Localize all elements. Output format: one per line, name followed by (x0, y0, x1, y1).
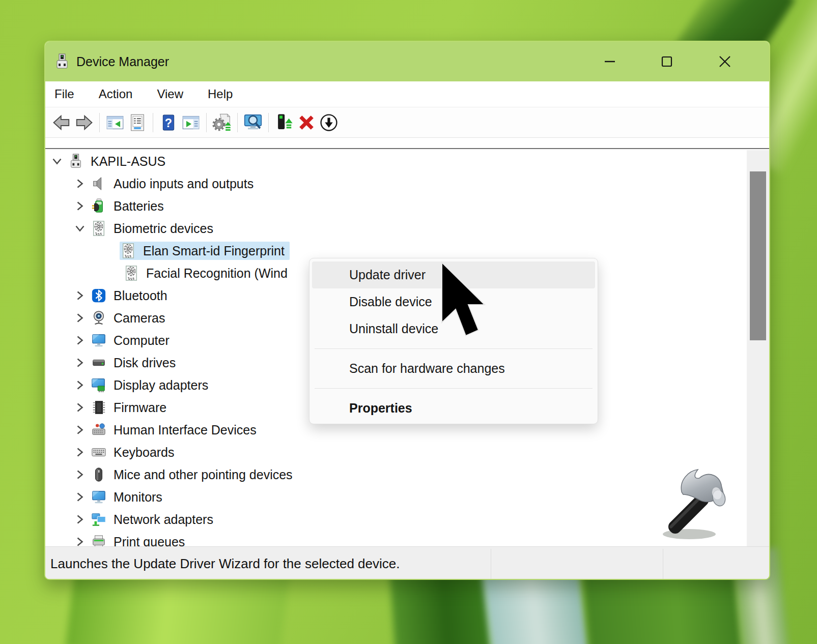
statusbar-separator (663, 549, 663, 579)
update-device-driver-button[interactable] (273, 111, 295, 134)
chevron-right-icon[interactable] (73, 535, 87, 546)
keyboard-icon (91, 445, 106, 460)
camera-icon (91, 310, 106, 326)
chevron-right-icon[interactable] (73, 333, 87, 347)
help-button[interactable] (157, 111, 180, 134)
disable-down-arrow-icon (319, 113, 339, 132)
forward-icon (74, 113, 94, 132)
tree-item-batteries[interactable]: Batteries (45, 195, 746, 217)
menu-help[interactable]: Help (206, 84, 235, 104)
context-menu-scan-hardware[interactable]: Scan for hardware changes (312, 355, 595, 382)
display-adapter-icon (91, 377, 106, 393)
minimize-icon (603, 55, 616, 68)
toolbar (45, 107, 769, 138)
mouse-icon (91, 467, 106, 482)
tree-item-label: Display adapters (114, 378, 208, 393)
firmware-icon (91, 400, 106, 415)
tree-item-label: Audio inputs and outputs (114, 177, 253, 191)
scrollbar-thumb[interactable] (750, 171, 766, 340)
chevron-right-icon[interactable] (73, 378, 87, 392)
tree-item-label: Print queues (114, 535, 185, 547)
chevron-right-icon[interactable] (73, 199, 87, 213)
chevron-down-icon[interactable] (50, 154, 64, 168)
chevron-right-icon[interactable] (73, 311, 87, 325)
tree-item-label: Mice and other pointing devices (114, 467, 293, 482)
back-button[interactable] (50, 111, 73, 134)
disk-icon (91, 355, 106, 370)
tree-item-label: Elan Smart-id Fingerprint (143, 244, 285, 258)
maximize-button[interactable] (653, 42, 681, 81)
tree-item-keyboards[interactable]: Keyboards (45, 441, 746, 463)
tree-item-monitors[interactable]: Monitors (45, 486, 746, 508)
show-console-tree-button[interactable] (104, 111, 126, 134)
chevron-right-icon[interactable] (73, 288, 87, 303)
tree-item-mice[interactable]: Mice and other pointing devices (45, 463, 746, 486)
close-button[interactable] (711, 42, 739, 81)
chevron-right-icon[interactable] (73, 445, 87, 459)
status-text: Launches the Update Driver Wizard for th… (45, 556, 400, 572)
context-menu-separator (315, 388, 593, 389)
uninstall-device-button[interactable] (295, 111, 318, 134)
hid-icon (91, 422, 106, 437)
status-bar: Launches the Update Driver Wizard for th… (45, 546, 769, 580)
tree-item-label: Facial Recognition (Wind (146, 266, 288, 281)
tree-item-computer-root[interactable]: KAPIL-ASUS (45, 150, 746, 172)
update-driver-gear-icon (212, 113, 232, 132)
title-bar[interactable]: Device Manager (45, 42, 769, 81)
tree-item-network-adapters[interactable]: Network adapters (45, 508, 746, 531)
minimize-button[interactable] (596, 42, 624, 81)
chevron-right-icon[interactable] (73, 400, 87, 415)
scan-hardware-changes-button[interactable] (242, 111, 264, 134)
tree-item-label: Bluetooth (114, 288, 167, 303)
audio-icon (91, 176, 106, 191)
console-tree-icon (106, 113, 124, 132)
update-driver-software-button[interactable] (211, 111, 233, 134)
back-icon (52, 113, 71, 132)
close-icon (718, 54, 732, 69)
tree-item-label: Network adapters (114, 512, 213, 527)
context-menu-separator (315, 348, 593, 349)
tree-item-label: Keyboards (114, 445, 175, 460)
tree-item-biometric[interactable]: Biometric devices (45, 217, 746, 240)
menu-file[interactable]: File (52, 84, 76, 104)
maximize-icon (660, 55, 673, 68)
fingerprint-icon (124, 266, 139, 281)
tree-item-label: Cameras (114, 311, 165, 326)
tree-item-label: Human Interface Devices (114, 423, 257, 437)
show-action-pane-button[interactable] (180, 111, 202, 134)
uninstall-x-icon (297, 113, 316, 132)
tree-item-label: Batteries (114, 199, 164, 214)
tree-item-audio[interactable]: Audio inputs and outputs (45, 172, 746, 195)
fingerprint-icon (121, 243, 136, 258)
menu-bar: File Action View Help (45, 81, 769, 107)
device-manager-window: Device Manager File Action View Help (44, 41, 770, 580)
toolbar-separator (99, 113, 100, 132)
chevron-right-icon[interactable] (73, 467, 87, 482)
chevron-right-icon[interactable] (73, 512, 87, 526)
computer-root-icon (68, 154, 83, 169)
network-icon (91, 512, 106, 527)
window-title: Device Manager (76, 54, 169, 69)
tree-item-print-queues[interactable]: Print queues (45, 531, 746, 546)
vertical-scrollbar[interactable] (747, 150, 769, 546)
chevron-right-icon[interactable] (73, 490, 87, 504)
menu-view[interactable]: View (155, 84, 185, 104)
tree-item-label: Monitors (114, 490, 162, 505)
chevron-right-icon[interactable] (73, 177, 87, 191)
selected-item-highlight: Elan Smart-id Fingerprint (120, 242, 290, 260)
battery-icon (91, 198, 106, 214)
context-menu-properties[interactable]: Properties (312, 395, 595, 422)
tree-item-label: KAPIL-ASUS (91, 154, 165, 169)
properties-panel-button[interactable] (126, 111, 149, 134)
hammer-logo (658, 464, 729, 540)
menu-action[interactable]: Action (97, 84, 135, 104)
chevron-right-icon[interactable] (73, 356, 87, 370)
chevron-right-icon[interactable] (73, 423, 87, 437)
bluetooth-icon (91, 288, 106, 303)
disable-device-button[interactable] (318, 111, 340, 134)
chevron-down-icon[interactable] (73, 221, 87, 236)
properties-panel-icon (128, 113, 147, 132)
toolbar-gap (45, 138, 769, 148)
tree-item-label: Disk drives (114, 356, 176, 370)
forward-button[interactable] (73, 111, 95, 134)
